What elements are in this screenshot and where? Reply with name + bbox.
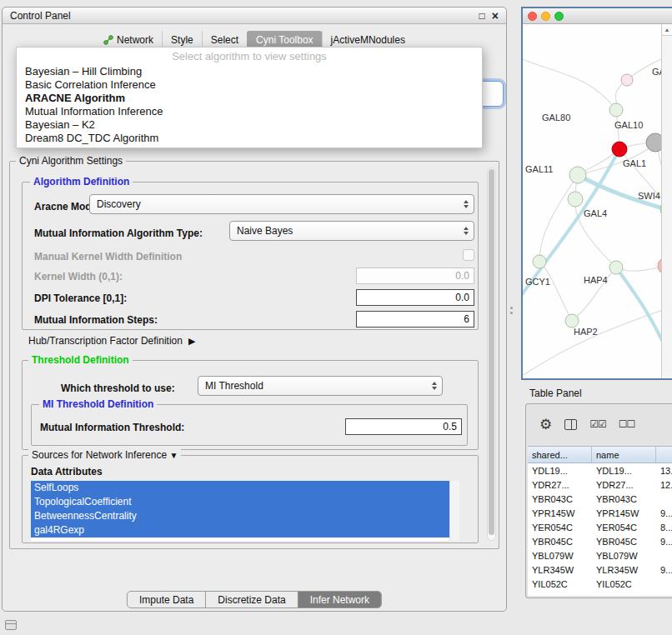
column-header[interactable]: shared...	[528, 447, 592, 462]
dropdown-placeholder: Select algorithm to view settings	[17, 49, 482, 65]
sources-title[interactable]: Sources for Network Inference ▼	[28, 449, 181, 461]
mi-threshold-title: MI Threshold Definition	[39, 398, 157, 410]
aracne-mode-select[interactable]: Discovery	[89, 194, 474, 214]
graph-node[interactable]	[533, 255, 546, 268]
mi-threshold-group: MI Threshold Definition Mutual Informati…	[31, 404, 468, 446]
dropdown-item-selected[interactable]: ARACNE Algorithm	[17, 92, 482, 105]
bottom-tab-bar: Impute Data Discretize Data Infer Networ…	[127, 591, 382, 608]
hub-factor-expander[interactable]: Hub/Transcription Factor Definition ▶	[28, 335, 195, 347]
deselect-all-icon[interactable]: ☐☐	[619, 418, 635, 430]
list-item-selected[interactable]: TopologicalCoefficient	[31, 495, 449, 509]
tab-discretize-data[interactable]: Discretize Data	[205, 592, 297, 608]
float-window-icon[interactable]: □	[479, 11, 485, 21]
table-row[interactable]: YDR27... YDR27... 12...	[528, 478, 672, 492]
mi-steps-input[interactable]: 6	[356, 311, 474, 328]
mi-type-select[interactable]: Naive Bayes	[229, 221, 474, 241]
graph-node[interactable]	[569, 167, 586, 183]
tab-cyni-toolbox-label: Cyni Toolbox	[256, 34, 313, 46]
cell: 13...	[656, 466, 672, 476]
combo-arrows-icon	[432, 382, 437, 390]
cell: YPR145W	[528, 508, 592, 518]
mi-threshold-label: Mutual Information Threshold:	[40, 422, 184, 433]
node-label: GAL11	[525, 164, 553, 174]
cell: YER054C	[592, 522, 656, 532]
kernel-width-input[interactable]: 0.0	[356, 268, 474, 284]
panel-splitter-handle[interactable]	[510, 307, 513, 314]
cell: 9...	[656, 537, 672, 547]
dropdown-item[interactable]: Dream8 DC_TDC Algorithm	[17, 132, 482, 145]
graph-node[interactable]	[621, 74, 633, 86]
dropdown-item[interactable]: Bayesian – K2	[17, 118, 482, 132]
minimize-traffic-light[interactable]	[541, 12, 550, 21]
threshold-definition-title: Threshold Definition	[28, 354, 133, 366]
graph-node[interactable]	[609, 103, 623, 117]
node-label: GAL	[652, 67, 661, 77]
algorithm-definition-title: Algorithm Definition	[30, 176, 133, 188]
select-all-icon[interactable]: ☑☑	[589, 418, 606, 430]
attribute-list-scrollbar[interactable]	[449, 481, 459, 541]
cell: YER054C	[528, 522, 592, 532]
combo-arrows-icon	[464, 200, 469, 208]
tab-infer-network[interactable]: Infer Network	[298, 592, 381, 608]
graph-node[interactable]	[609, 261, 623, 274]
column-header[interactable]: name	[592, 447, 656, 462]
close-traffic-light[interactable]	[528, 12, 537, 21]
table-row[interactable]: YBL079W YBL079W	[528, 548, 672, 562]
cell: YBR043C	[592, 494, 656, 504]
cell: YBL079W	[528, 551, 592, 561]
status-grid-icon[interactable]	[5, 620, 17, 630]
network-canvas[interactable]: GAL GAL80 GAL10 GAL11 GAL1 SWI4 GAL4 GCY…	[523, 24, 672, 378]
graph-node[interactable]	[568, 192, 583, 207]
kernel-width-value: 0.0	[455, 270, 469, 282]
cell: YLR345W	[592, 565, 656, 575]
table-row[interactable]: YDL19... YDL19... 13...	[528, 463, 672, 478]
network-window-titlebar	[523, 8, 672, 24]
manual-kernel-checkbox[interactable]	[463, 249, 474, 261]
zoom-traffic-light[interactable]	[554, 12, 564, 21]
cell: 8...	[656, 522, 672, 532]
list-item-selected[interactable]: gal4RGexp	[31, 523, 449, 538]
combo-arrows-icon	[464, 227, 469, 235]
table-row[interactable]: YIL052C YIL052C	[528, 577, 672, 591]
settings-scrollbar[interactable]	[487, 168, 496, 541]
dpi-tolerance-value: 0.0	[455, 292, 469, 303]
dropdown-item[interactable]: Basic Correlation Inference	[17, 78, 482, 92]
scroll-up-icon[interactable]: ▲	[662, 24, 672, 36]
settings-scrollbar-thumb[interactable]	[489, 169, 494, 535]
network-graph: GAL GAL80 GAL10 GAL11 GAL1 SWI4 GAL4 GCY…	[523, 24, 661, 378]
mi-type-label: Mutual Information Algorithm Type:	[34, 228, 203, 239]
tab-select-label: Select	[211, 34, 238, 46]
settings-group-title: Cyni Algorithm Settings	[16, 155, 126, 167]
graph-node-red[interactable]	[612, 142, 627, 157]
gear-icon[interactable]: ⚙	[539, 418, 552, 432]
sources-group: Sources for Network Inference ▼ Data Att…	[22, 455, 479, 543]
columns-icon[interactable]	[564, 419, 577, 430]
mi-type-value: Naive Bayes	[237, 225, 293, 237]
dpi-tolerance-input[interactable]: 0.0	[356, 289, 474, 306]
graph-node-gray[interactable]	[646, 133, 661, 152]
table-row[interactable]: YBR045C YBR045C 9...	[528, 534, 672, 548]
cell: 9...	[656, 565, 672, 575]
list-item-selected[interactable]: SelfLoops	[31, 481, 449, 495]
table-row[interactable]: YBR043C YBR043C	[528, 492, 672, 506]
dpi-tolerance-label: DPI Tolerance [0,1]:	[34, 292, 127, 304]
column-header[interactable]	[656, 447, 672, 462]
table-row[interactable]: YER054C YER054C 8...	[528, 520, 672, 534]
caret-down-icon: ▼	[169, 451, 178, 460]
node-label: GAL4	[584, 208, 607, 218]
list-item-selected[interactable]: BetweennessCentrality	[31, 509, 449, 523]
table-toolbar: ⚙ ☑☑ ☐☐	[526, 404, 672, 438]
attribute-list: SelfLoops TopologicalCoefficient Between…	[31, 481, 459, 541]
tab-impute-data[interactable]: Impute Data	[128, 592, 205, 608]
network-scrollbar[interactable]: ▲	[661, 24, 672, 378]
control-panel-titlebar: Control Panel □ ×	[3, 8, 506, 24]
table-row[interactable]: YLR345W YLR345W 9...	[528, 562, 672, 577]
close-icon[interactable]: ×	[492, 11, 499, 21]
which-threshold-select[interactable]: MI Threshold	[198, 376, 443, 396]
mi-threshold-input[interactable]: 0.5	[345, 418, 462, 435]
table-row[interactable]: YPR145W YPR145W 9...	[528, 506, 672, 520]
dropdown-item[interactable]: Bayesian – Hill Climbing	[17, 65, 482, 78]
dropdown-item[interactable]: Mutual Information Inference	[17, 105, 482, 118]
tab-network-label: Network	[117, 34, 153, 46]
graph-node[interactable]	[565, 314, 579, 328]
